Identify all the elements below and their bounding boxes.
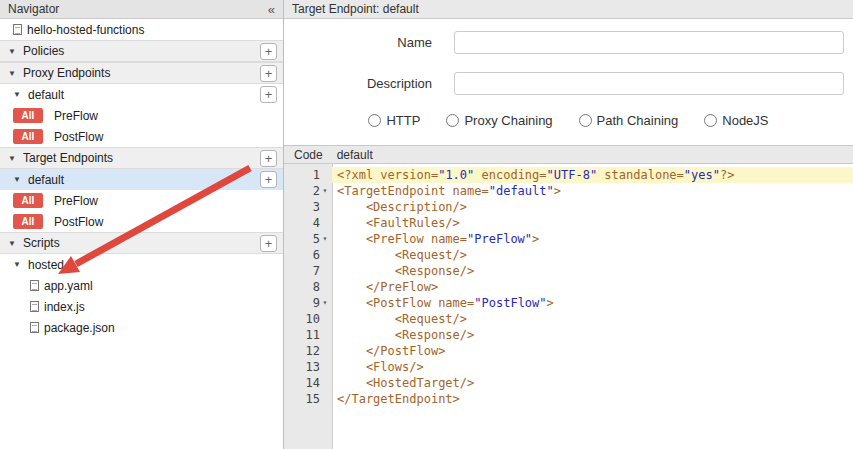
code-line-text: <Request/> (332, 311, 853, 327)
add-default-button[interactable]: + (260, 86, 277, 103)
line-number: 11 (284, 327, 332, 343)
target-endpoint-header: Target Endpoint: default (284, 0, 853, 19)
sidebar-item-label: Policies (23, 44, 64, 58)
endpoint-form: Name Description HTTPProxy ChainingPath … (284, 19, 853, 145)
description-label: Description (284, 76, 432, 91)
sidebar-item-label: Scripts (23, 236, 60, 250)
radio-path-chaining[interactable]: Path Chaining (579, 113, 679, 128)
sidebar-item-label: Target Endpoints (23, 151, 113, 165)
code-line[interactable]: 2▾<TargetEndpoint name="default"> (284, 183, 853, 199)
code-line-text: <PostFlow name="PostFlow"> (332, 295, 853, 311)
code-line-text: <Response/> (332, 327, 853, 343)
sidebar-item-default[interactable]: ▼default+ (0, 84, 283, 105)
name-input[interactable] (454, 31, 844, 54)
line-number: 12 (284, 343, 332, 359)
line-number: 10 (284, 311, 332, 327)
radio-nodejs[interactable]: NodeJS (704, 113, 768, 128)
radio-proxy-chaining-input[interactable] (446, 114, 459, 127)
radio-nodejs-input[interactable] (704, 114, 717, 127)
line-number: 9▾ (284, 295, 332, 311)
add-default-button[interactable]: + (260, 171, 277, 188)
sidebar-item-default[interactable]: ▼default+ (0, 169, 283, 190)
sidebar-item-label: index.js (44, 300, 85, 314)
add-proxy-endpoints-button[interactable]: + (260, 65, 277, 82)
file-icon (30, 280, 39, 291)
code-line-text: <FaultRules/> (332, 215, 853, 231)
sidebar-item-label: hosted (28, 258, 64, 272)
sidebar-item-app-yaml[interactable]: app.yaml (0, 275, 283, 296)
expand-triangle-icon[interactable]: ▼ (13, 260, 25, 269)
code-line[interactable]: 10 <Request/> (284, 311, 853, 327)
navigator-title: Navigator (8, 2, 59, 16)
sidebar-item-package-json[interactable]: package.json (0, 317, 283, 338)
line-number: 7 (284, 263, 332, 279)
sidebar-item-hosted[interactable]: ▼hosted (0, 254, 283, 275)
radio-label: Proxy Chaining (464, 113, 552, 128)
sidebar-item-proxy-endpoints[interactable]: ▼Proxy Endpoints+ (0, 62, 283, 84)
radio-http[interactable]: HTTP (368, 113, 420, 128)
main-panel: Target Endpoint: default Name Descriptio… (284, 0, 853, 449)
code-tab[interactable]: Code (294, 148, 323, 162)
code-editor[interactable]: 1<?xml version="1.0" encoding="UTF-8" st… (284, 164, 853, 449)
code-line-text: <PreFlow name="PreFlow"> (332, 231, 853, 247)
code-line[interactable]: 15</TargetEndpoint> (284, 391, 853, 407)
sidebar-item-hello-hosted-functions[interactable]: hello-hosted-functions (0, 19, 283, 40)
code-line[interactable]: 8 </PreFlow> (284, 279, 853, 295)
code-line[interactable]: 14 <HostedTarget/> (284, 375, 853, 391)
fold-toggle-icon[interactable]: ▾ (320, 295, 330, 311)
code-line-text: <HostedTarget/> (332, 375, 853, 391)
radio-label: Path Chaining (597, 113, 679, 128)
sidebar-item-label: default (28, 88, 64, 102)
line-number: 13 (284, 359, 332, 375)
add-target-endpoints-button[interactable]: + (260, 150, 277, 167)
navigator-tree: hello-hosted-functions▼Policies+▼Proxy E… (0, 19, 283, 338)
code-line-text: <Response/> (332, 263, 853, 279)
expand-triangle-icon[interactable]: ▼ (8, 47, 20, 56)
code-line[interactable]: 5▾ <PreFlow name="PreFlow"> (284, 231, 853, 247)
radio-path-chaining-input[interactable] (579, 114, 592, 127)
sidebar-item-postflow[interactable]: AllPostFlow (0, 211, 283, 232)
endpoint-type-radios: HTTPProxy ChainingPath ChainingNodeJS (284, 113, 853, 128)
radio-proxy-chaining[interactable]: Proxy Chaining (446, 113, 552, 128)
line-number: 8 (284, 279, 332, 295)
code-line[interactable]: 7 <Response/> (284, 263, 853, 279)
sidebar-item-preflow[interactable]: AllPreFlow (0, 105, 283, 126)
code-line-text: <TargetEndpoint name="default"> (332, 183, 853, 199)
code-file-label: default (337, 148, 373, 162)
code-line-text: </PreFlow> (332, 279, 853, 295)
code-line[interactable]: 13 <Flows/> (284, 359, 853, 375)
expand-triangle-icon[interactable]: ▼ (13, 175, 25, 184)
code-line[interactable]: 11 <Response/> (284, 327, 853, 343)
code-line[interactable]: 12 </PostFlow> (284, 343, 853, 359)
code-line[interactable]: 1<?xml version="1.0" encoding="UTF-8" st… (284, 167, 853, 183)
code-line[interactable]: 6 <Request/> (284, 247, 853, 263)
name-label: Name (284, 35, 432, 50)
sidebar-item-postflow[interactable]: AllPostFlow (0, 126, 283, 147)
sidebar-item-preflow[interactable]: AllPreFlow (0, 190, 283, 211)
fold-toggle-icon[interactable]: ▾ (320, 183, 330, 199)
code-line[interactable]: 4 <FaultRules/> (284, 215, 853, 231)
sidebar-item-label: package.json (44, 321, 115, 335)
collapse-sidebar-button[interactable]: « (268, 3, 275, 16)
expand-triangle-icon[interactable]: ▼ (13, 90, 25, 99)
expand-triangle-icon[interactable]: ▼ (8, 239, 20, 248)
line-number: 14 (284, 375, 332, 391)
add-scripts-button[interactable]: + (260, 235, 277, 252)
expand-triangle-icon[interactable]: ▼ (8, 69, 20, 78)
description-input[interactable] (454, 72, 844, 95)
flow-scope-badge: All (13, 129, 43, 144)
sidebar-item-index-js[interactable]: index.js (0, 296, 283, 317)
code-line[interactable]: 3 <Description/> (284, 199, 853, 215)
navigator-header: Navigator « (0, 0, 283, 19)
code-line[interactable]: 9▾ <PostFlow name="PostFlow"> (284, 295, 853, 311)
fold-toggle-icon[interactable]: ▾ (320, 231, 330, 247)
code-line-text: <Request/> (332, 247, 853, 263)
expand-triangle-icon[interactable]: ▼ (8, 154, 20, 163)
radio-http-input[interactable] (368, 114, 381, 127)
sidebar-item-scripts[interactable]: ▼Scripts+ (0, 232, 283, 254)
sidebar-item-policies[interactable]: ▼Policies+ (0, 40, 283, 62)
sidebar-item-target-endpoints[interactable]: ▼Target Endpoints+ (0, 147, 283, 169)
add-policies-button[interactable]: + (260, 43, 277, 60)
file-icon (30, 322, 39, 333)
sidebar-item-label: PreFlow (54, 109, 98, 123)
